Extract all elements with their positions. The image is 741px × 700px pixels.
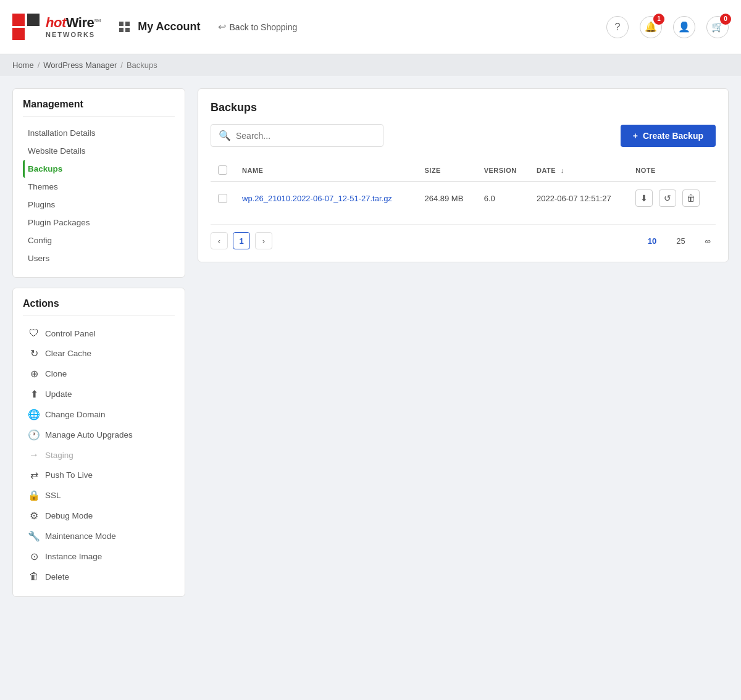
action-label-staging: Staging (45, 451, 73, 460)
logo-brand: hotWireSM (46, 15, 101, 30)
header: hotWireSM NETWORKS My Account ↩ Back to … (0, 0, 741, 54)
action-label-maintenance-mode: Maintenance Mode (45, 531, 116, 541)
create-backup-button[interactable]: + Create Backup (621, 125, 716, 147)
sidebar-item-plugins[interactable]: Plugins (23, 196, 175, 214)
action-item-change-domain[interactable]: 🌐Change Domain (23, 404, 175, 425)
action-icon-debug-mode: ⚙ (28, 510, 40, 522)
prev-page-button[interactable]: ‹ (211, 232, 228, 249)
user-icon: 👤 (678, 21, 690, 33)
back-shopping-label: Back to Shopping (230, 22, 298, 32)
download-backup-button[interactable]: ⬇ (635, 190, 653, 207)
backups-card: Backups 🔍 + Create Backup (198, 88, 729, 262)
backups-table: NAME SIZE VERSION DATE ↓ NOTE wp.26_2101… (211, 159, 716, 214)
management-nav: Installation DetailsWebsite DetailsBacku… (23, 124, 175, 267)
sidebar-item-plugin-packages[interactable]: Plugin Packages (23, 214, 175, 231)
content-area: Backups 🔍 + Create Backup (198, 88, 729, 683)
page-1-button[interactable]: 1 (233, 232, 250, 249)
action-label-clone: Clone (45, 369, 67, 378)
page-size-25[interactable]: 25 (671, 234, 690, 248)
backup-size: 264.89 MB (417, 181, 477, 214)
action-item-clone[interactable]: ⊕Clone (23, 364, 175, 384)
action-icon-instance-image: ⊙ (28, 551, 40, 562)
page-size-inf[interactable]: ∞ (700, 234, 716, 248)
logo-sm: SM (94, 18, 101, 23)
breadcrumb-sep-2: / (120, 60, 123, 70)
select-all-checkbox[interactable] (218, 165, 227, 175)
sidebar-item-website-details[interactable]: Website Details (23, 142, 175, 160)
user-account-button[interactable]: 👤 (673, 16, 695, 38)
sidebar-item-backups[interactable]: Backups (23, 160, 175, 178)
col-date[interactable]: DATE ↓ (529, 159, 628, 181)
col-name: NAME (235, 159, 417, 181)
my-account-label: My Account (138, 20, 200, 33)
search-icon: 🔍 (219, 130, 231, 141)
backup-date: 2022-06-07 12:51:27 (529, 181, 628, 214)
action-label-ssl: SSL (45, 491, 61, 500)
delete-backup-button[interactable]: 🗑 (682, 190, 700, 207)
breadcrumb-home[interactable]: Home (12, 60, 34, 70)
action-item-manage-auto-upgrades[interactable]: 🕐Manage Auto Upgrades (23, 425, 175, 445)
action-icon-maintenance-mode: 🔧 (28, 530, 40, 542)
action-label-push-to-live: Push To Live (45, 470, 93, 480)
action-item-instance-image[interactable]: ⊙Instance Image (23, 546, 175, 567)
action-item-ssl[interactable]: 🔒SSL (23, 485, 175, 506)
action-icon-delete: 🗑 (28, 571, 40, 582)
help-icon: ? (615, 22, 621, 33)
col-note: NOTE (628, 159, 716, 181)
table-header-row: NAME SIZE VERSION DATE ↓ NOTE (211, 159, 716, 181)
action-label-delete: Delete (45, 572, 69, 581)
sidebar-item-themes[interactable]: Themes (23, 178, 175, 196)
plus-icon: + (633, 131, 638, 141)
action-item-delete[interactable]: 🗑Delete (23, 567, 175, 586)
action-label-update: Update (45, 390, 72, 399)
action-icon-staging: → (28, 449, 40, 460)
table-row: wp.26_21010.2022-06-07_12-51-27.tar.gz26… (211, 181, 716, 214)
back-to-shopping[interactable]: ↩ Back to Shopping (218, 21, 298, 33)
action-icon-ssl: 🔒 (28, 490, 40, 501)
search-input[interactable] (236, 131, 375, 141)
backup-version: 6.0 (477, 181, 529, 214)
row-checkbox[interactable] (218, 194, 227, 203)
my-account-link[interactable]: My Account (119, 20, 200, 33)
sidebar-item-installation-details[interactable]: Installation Details (23, 124, 175, 142)
breadcrumb-wordpress-manager[interactable]: WordPress Manager (43, 60, 117, 70)
sidebar-item-config[interactable]: Config (23, 231, 175, 249)
logo-sq-red-2 (12, 28, 25, 40)
toolbar: 🔍 + Create Backup (211, 124, 716, 147)
breadcrumb-current: Backups (127, 60, 157, 70)
actions-card: Actions 🛡Control Panel↻Clear Cache⊕Clone… (12, 288, 185, 597)
action-item-update[interactable]: ⬆Update (23, 384, 175, 404)
action-label-manage-auto-upgrades: Manage Auto Upgrades (45, 430, 133, 440)
page-size-10[interactable]: 10 (643, 234, 661, 248)
action-item-control-panel[interactable]: 🛡Control Panel (23, 323, 175, 343)
action-icon-manage-auto-upgrades: 🕐 (28, 429, 40, 441)
help-button[interactable]: ? (606, 16, 629, 38)
action-label-debug-mode: Debug Mode (45, 511, 93, 520)
logo: hotWireSM NETWORKS (12, 14, 101, 41)
pagination: ‹ 1 › 10 25 ∞ (211, 224, 716, 249)
action-item-push-to-live[interactable]: ⇄Push To Live (23, 465, 175, 485)
action-icon-clone: ⊕ (28, 368, 40, 380)
action-item-maintenance-mode[interactable]: 🔧Maintenance Mode (23, 526, 175, 546)
restore-backup-button[interactable]: ↺ (659, 190, 676, 207)
notifications-button[interactable]: 🔔 1 (640, 16, 662, 38)
cart-button[interactable]: 🛒 0 (706, 16, 729, 38)
next-page-button[interactable]: › (255, 232, 272, 249)
action-label-instance-image: Instance Image (45, 552, 102, 561)
action-item-staging: →Staging (23, 445, 175, 465)
backup-filename: wp.26_21010.2022-06-07_12-51-27.tar.gz (235, 181, 417, 214)
management-title: Management (23, 99, 175, 117)
actions-nav: 🛡Control Panel↻Clear Cache⊕Clone⬆Update🌐… (23, 323, 175, 586)
action-item-debug-mode[interactable]: ⚙Debug Mode (23, 506, 175, 526)
action-icon-clear-cache: ↻ (28, 348, 40, 359)
action-icon-control-panel: 🛡 (28, 328, 40, 339)
backup-note: ⬇↺🗑 (628, 181, 716, 214)
sidebar-item-users[interactable]: Users (23, 249, 175, 267)
action-icon-change-domain: 🌐 (28, 409, 40, 420)
action-item-clear-cache[interactable]: ↻Clear Cache (23, 343, 175, 364)
breadcrumb: Home / WordPress Manager / Backups (0, 54, 741, 76)
notification-badge: 1 (653, 14, 664, 25)
logo-sq-empty (27, 28, 40, 40)
breadcrumb-sep-1: / (38, 60, 40, 70)
grid-icon (119, 22, 130, 33)
